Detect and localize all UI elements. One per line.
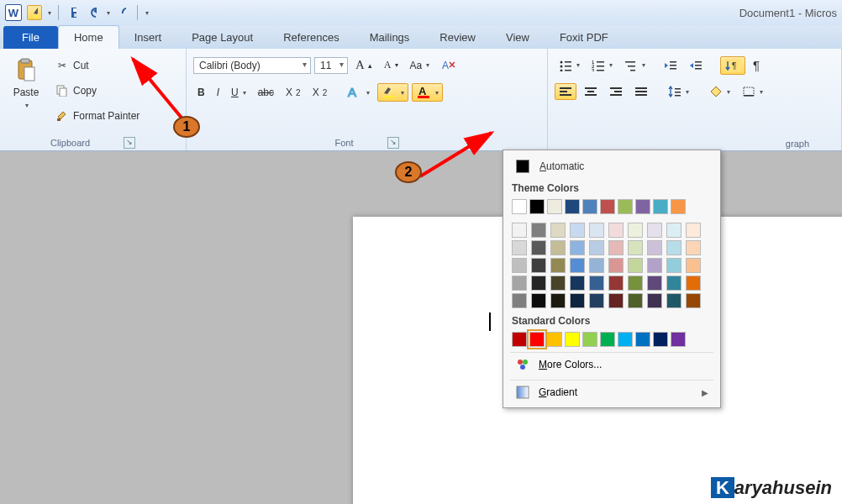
color-swatch[interactable] [608,240,624,255]
color-swatch[interactable] [512,258,527,273]
font-dialog-launcher[interactable]: ↘ [387,137,399,149]
tab-home[interactable]: Home [58,25,119,49]
color-swatch[interactable] [512,223,527,238]
color-swatch[interactable] [686,223,701,238]
color-swatch[interactable] [550,276,566,291]
color-swatch[interactable] [550,293,566,308]
justify-button[interactable] [630,83,652,100]
show-hide-button[interactable]: ¶ [749,55,764,75]
gradient-item[interactable]: Gradient ▶ [510,380,713,404]
color-swatch[interactable] [628,258,643,273]
color-swatch[interactable] [666,258,681,273]
color-swatch[interactable] [570,276,585,291]
clear-formatting-button[interactable]: A [437,56,460,75]
highlight-color-button[interactable]: ▾ [377,83,408,102]
subscript-button[interactable]: X2 [282,84,305,101]
color-swatch[interactable] [512,293,527,308]
color-swatch[interactable] [582,199,597,214]
paste-button[interactable]: Paste ▾ [7,52,45,126]
highlight-qat-icon[interactable] [27,5,42,20]
tab-file[interactable]: File [3,26,58,49]
color-swatch[interactable] [635,332,650,347]
grow-font-button[interactable]: A▴ [351,55,376,75]
color-swatch[interactable] [628,240,643,255]
color-swatch[interactable] [570,240,585,255]
color-swatch[interactable] [666,223,681,238]
tab-mailings[interactable]: Mailings [355,26,425,49]
color-swatch[interactable] [531,293,546,308]
clipboard-dialog-launcher[interactable]: ↘ [124,137,135,149]
undo-icon[interactable] [86,5,101,20]
color-swatch[interactable] [666,240,681,255]
qat-dropdown-icon[interactable]: ▾ [48,9,51,17]
tab-insert[interactable]: Insert [119,26,177,49]
color-swatch[interactable] [550,223,566,238]
color-swatch[interactable] [628,293,643,308]
tab-foxit-pdf[interactable]: Foxit PDF [545,26,624,49]
qat-customize-icon[interactable]: ▾ [145,9,149,17]
color-swatch[interactable] [647,293,662,308]
color-swatch[interactable] [512,276,527,291]
tab-page-layout[interactable]: Page Layout [176,26,268,49]
color-swatch[interactable] [647,258,662,273]
align-left-button[interactable] [555,83,576,100]
font-color-button[interactable]: A▾ [412,83,443,102]
color-swatch[interactable] [608,276,624,291]
font-size-combo[interactable]: 11 [314,57,348,74]
superscript-button[interactable]: X2 [308,84,332,101]
color-swatch[interactable] [686,293,701,308]
color-swatch[interactable] [565,199,580,214]
borders-button[interactable]: ▾ [738,83,767,100]
color-swatch[interactable] [628,223,643,238]
color-swatch[interactable] [653,199,668,214]
color-swatch[interactable] [647,223,662,238]
color-swatch[interactable] [635,199,650,214]
color-swatch[interactable] [608,293,624,308]
color-swatch[interactable] [582,332,597,347]
tab-references[interactable]: References [268,26,354,49]
underline-button[interactable]: U▾ [227,84,250,101]
color-swatch[interactable] [512,240,527,255]
multilevel-list-button[interactable]: ▾ [620,57,650,74]
color-swatch[interactable] [666,276,681,291]
color-swatch[interactable] [686,276,701,291]
color-swatch[interactable] [589,276,604,291]
color-swatch[interactable] [512,199,527,214]
color-swatch[interactable] [547,332,562,347]
color-swatch[interactable] [547,199,562,214]
color-swatch[interactable] [618,332,633,347]
tab-view[interactable]: View [491,26,545,49]
sort-button[interactable]: ¶ [720,56,745,75]
numbering-button[interactable]: 123▾ [587,57,617,74]
color-swatch[interactable] [550,240,566,255]
color-swatch[interactable] [647,240,662,255]
color-swatch[interactable] [529,332,545,347]
color-swatch[interactable] [531,240,546,255]
color-swatch[interactable] [531,276,546,291]
color-swatch[interactable] [647,276,662,291]
color-swatch[interactable] [608,223,624,238]
color-swatch[interactable] [570,293,585,308]
undo-dropdown-icon[interactable]: ▾ [107,9,110,17]
change-case-button[interactable]: Aa▾ [406,57,434,74]
color-swatch[interactable] [618,199,633,214]
text-effects-button[interactable]: A▾ [343,83,374,102]
decrease-indent-button[interactable] [660,57,681,74]
color-swatch[interactable] [570,223,585,238]
tab-review[interactable]: Review [424,26,491,49]
color-swatch[interactable] [529,199,545,214]
color-swatch[interactable] [653,332,668,347]
strikethrough-button[interactable]: abc [254,84,278,101]
automatic-color-item[interactable]: Automatic [510,155,713,177]
shrink-font-button[interactable]: A▾ [380,56,403,74]
redo-icon[interactable] [115,5,130,20]
color-swatch[interactable] [550,258,566,273]
color-swatch[interactable] [570,258,585,273]
color-swatch[interactable] [531,258,546,273]
color-swatch[interactable] [628,276,643,291]
color-swatch[interactable] [565,332,580,347]
color-swatch[interactable] [608,258,624,273]
color-swatch[interactable] [666,293,681,308]
shading-button[interactable]: ▾ [705,83,734,100]
more-colors-item[interactable]: More Colors... [510,352,713,376]
